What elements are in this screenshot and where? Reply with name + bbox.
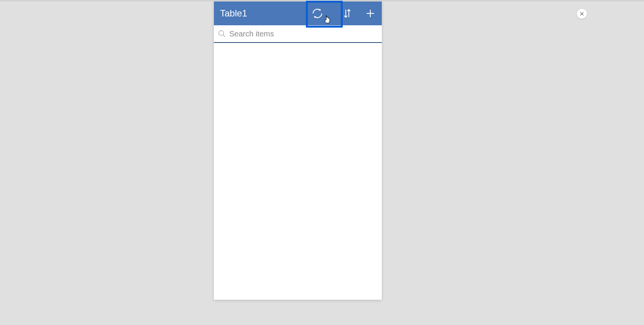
search-icon <box>218 30 226 38</box>
panel-title: Table1 <box>220 8 299 19</box>
content-area <box>214 43 382 300</box>
add-button[interactable] <box>359 2 382 25</box>
close-icon <box>579 11 585 16</box>
refresh-icon <box>312 8 323 19</box>
search-bar <box>214 25 382 43</box>
sort-icon <box>343 8 352 19</box>
refresh-button[interactable] <box>299 2 336 25</box>
table-panel: Table1 <box>214 2 382 300</box>
panel-header: Table1 <box>214 2 382 25</box>
header-actions <box>299 2 382 25</box>
search-input[interactable] <box>229 30 378 38</box>
sort-button[interactable] <box>336 2 359 25</box>
svg-point-4 <box>219 31 224 36</box>
page-top-edge <box>0 0 644 1</box>
close-button[interactable] <box>577 9 587 19</box>
svg-line-5 <box>223 35 225 37</box>
plus-icon <box>365 8 375 18</box>
